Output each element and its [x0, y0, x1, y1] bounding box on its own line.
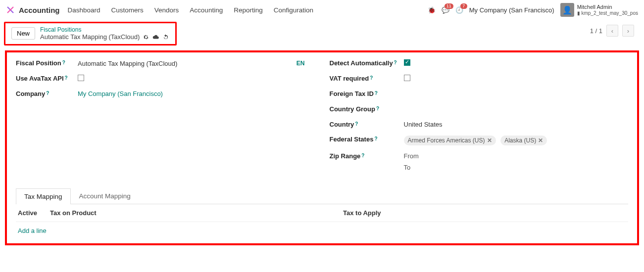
company-label: Company?: [16, 90, 73, 98]
nav-vendors[interactable]: Vendors: [154, 6, 179, 14]
col-tax-apply: Tax to Apply: [343, 209, 626, 217]
nav-configuration[interactable]: Configuration: [274, 6, 313, 14]
help-icon[interactable]: ?: [62, 59, 65, 66]
tab-tax-mapping[interactable]: Tax Mapping: [16, 188, 71, 204]
refresh-icon[interactable]: [162, 34, 169, 41]
country-label: Country?: [330, 121, 399, 129]
use-avatax-checkbox[interactable]: [78, 75, 84, 81]
zip-range-label: Zip Range?: [330, 152, 399, 161]
nav-dashboard[interactable]: Dashboard: [68, 6, 100, 14]
detect-auto-label: Detect Automatically?: [330, 59, 399, 68]
help-icon[interactable]: ?: [375, 90, 378, 96]
help-icon[interactable]: ?: [394, 59, 397, 66]
col-active: Active: [18, 209, 40, 217]
use-avatax-label: Use AvaTax API?: [16, 75, 73, 83]
country-value[interactable]: United States: [404, 121, 443, 128]
messages-icon[interactable]: 💬11: [442, 6, 449, 14]
gear-icon[interactable]: [143, 34, 149, 41]
add-line-link[interactable]: Add a line: [16, 222, 628, 239]
pager-prev[interactable]: ‹: [606, 25, 618, 37]
app-logo-icon: [6, 5, 15, 14]
col-tax-product: Tax on Product: [50, 209, 333, 217]
db-name: ▮ kmp_2_test_may_30_pos: [577, 10, 638, 16]
tab-account-mapping[interactable]: Account Mapping: [71, 188, 139, 204]
nav-customers[interactable]: Customers: [111, 6, 144, 14]
user-menu[interactable]: 👤 Mitchell Admin ▮ kmp_2_test_may_30_pos: [560, 3, 638, 17]
messages-badge: 11: [445, 3, 453, 9]
table-header: Active Tax on Product Tax to Apply: [16, 204, 628, 222]
pager: 1 / 1 ‹ ›: [590, 25, 634, 37]
zip-from[interactable]: From: [404, 152, 419, 160]
foreign-tax-label: Foreign Tax ID?: [330, 90, 399, 98]
nav-menu: Dashboard Customers Vendors Accounting R…: [68, 6, 314, 14]
breadcrumb: Fiscal Positions Automatic Tax Mapping (…: [40, 26, 169, 41]
vat-required-checkbox[interactable]: [404, 75, 410, 81]
avatar: 👤: [560, 3, 574, 17]
state-tag: Alaska (US)✕: [500, 136, 547, 145]
fiscal-position-label: Fiscal Position?: [16, 59, 73, 68]
breadcrumb-current: Automatic Tax Mapping (TaxCloud): [40, 33, 169, 41]
detect-auto-checkbox[interactable]: [404, 59, 410, 66]
app-title[interactable]: Accounting: [19, 6, 60, 14]
topbar: Accounting Dashboard Customers Vendors A…: [0, 0, 644, 20]
tabs: Tax Mapping Account Mapping: [16, 188, 628, 204]
left-column: Fiscal Position? Automatic Tax Mapping (…: [16, 59, 315, 178]
nav-accounting[interactable]: Accounting: [190, 6, 223, 14]
activities-badge: 7: [460, 3, 467, 9]
bug-icon[interactable]: 🐞: [428, 6, 436, 14]
company-value[interactable]: My Company (San Francisco): [78, 90, 163, 97]
company-selector[interactable]: My Company (San Francisco): [469, 6, 554, 14]
help-icon[interactable]: ?: [355, 121, 358, 127]
lang-tag[interactable]: EN: [297, 60, 315, 67]
topbar-right: 🐞 💬11 🕘7 My Company (San Francisco) 👤 Mi…: [428, 3, 638, 17]
user-name: Mitchell Admin: [577, 4, 638, 10]
help-icon[interactable]: ?: [370, 75, 373, 81]
breadcrumb-bar: New Fiscal Positions Automatic Tax Mappi…: [4, 22, 177, 45]
state-tag: Armed Forces Americas (US)✕: [404, 136, 496, 145]
fiscal-position-value[interactable]: Automatic Tax Mapping (TaxCloud): [78, 60, 177, 67]
help-icon[interactable]: ?: [46, 90, 49, 96]
help-icon[interactable]: ?: [361, 152, 364, 159]
pager-text: 1 / 1: [590, 27, 602, 35]
tag-remove-icon[interactable]: ✕: [487, 137, 492, 144]
help-icon[interactable]: ?: [65, 75, 68, 81]
federal-states-tags[interactable]: Armed Forces Americas (US)✕ Alaska (US)✕: [404, 136, 550, 145]
breadcrumb-parent[interactable]: Fiscal Positions: [40, 26, 169, 33]
right-column: Detect Automatically? VAT required? Fore…: [330, 59, 629, 178]
form-sheet: Fiscal Position? Automatic Tax Mapping (…: [5, 50, 639, 245]
new-button[interactable]: New: [11, 27, 35, 40]
pager-next[interactable]: ›: [622, 25, 634, 37]
help-icon[interactable]: ?: [376, 105, 379, 112]
activities-icon[interactable]: 🕘7: [455, 6, 463, 14]
user-lines: Mitchell Admin ▮ kmp_2_test_may_30_pos: [577, 4, 638, 15]
vat-required-label: VAT required?: [330, 75, 399, 83]
cloud-icon[interactable]: [152, 34, 159, 41]
zip-to[interactable]: To: [404, 164, 419, 171]
help-icon[interactable]: ?: [374, 136, 377, 142]
federal-states-label: Federal States?: [330, 136, 399, 144]
tag-remove-icon[interactable]: ✕: [538, 137, 543, 144]
nav-reporting[interactable]: Reporting: [234, 6, 263, 14]
country-group-label: Country Group?: [330, 105, 399, 114]
